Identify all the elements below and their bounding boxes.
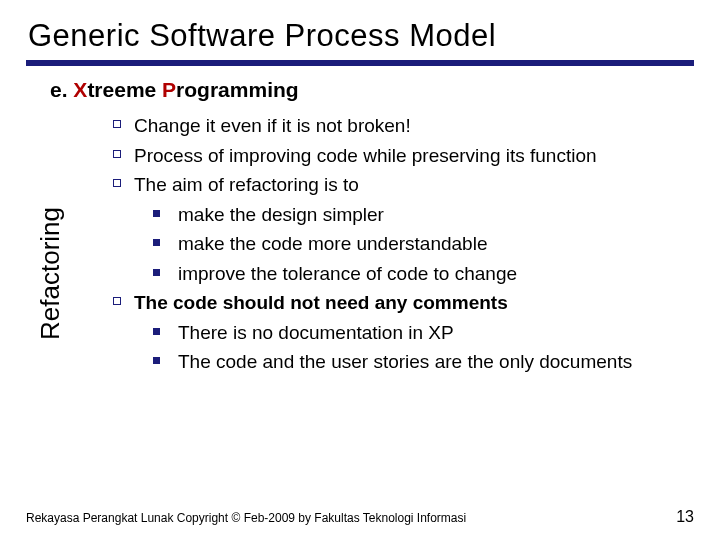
subtitle-accent-p: P [162, 78, 176, 101]
subtitle-part: treeme [87, 78, 162, 101]
list-item-text: The code and the user stories are the on… [178, 348, 692, 376]
list-item-text: There is no documentation in XP [178, 319, 692, 347]
list-item-level1: The aim of refactoring is to [100, 171, 692, 199]
square-outline-icon [100, 171, 134, 199]
page-number: 13 [676, 508, 694, 526]
list-item-text: The code should not need any comments [134, 289, 692, 317]
list-item-level2: improve the tolerance of code to change [134, 260, 692, 288]
slide-subtitle: e. Xtreeme Programming [50, 78, 692, 102]
bullet-list: Change it even if it is not broken!Proce… [100, 112, 692, 376]
list-item-text: make the design simpler [178, 201, 692, 229]
slide-title: Generic Software Process Model [28, 18, 692, 54]
list-item-level2: The code and the user stories are the on… [134, 348, 692, 376]
list-item-level1: Process of improving code while preservi… [100, 142, 692, 170]
list-item-text: improve the tolerance of code to change [178, 260, 692, 288]
list-item-text: Process of improving code while preservi… [134, 142, 692, 170]
vertical-label: Refactoring [35, 207, 66, 340]
footer-text: Rekayasa Perangkat Lunak Copyright © Feb… [26, 511, 466, 525]
vertical-label-container: Refactoring [30, 172, 70, 376]
list-item-level2: make the code more understandable [134, 230, 692, 258]
subtitle-part: rogramming [176, 78, 299, 101]
square-filled-icon [134, 319, 178, 347]
square-outline-icon [100, 142, 134, 170]
title-underline [26, 60, 694, 66]
list-item-level1: The code should not need any comments [100, 289, 692, 317]
square-filled-icon [134, 260, 178, 288]
list-item-level1: Change it even if it is not broken! [100, 112, 692, 140]
list-item-text: make the code more understandable [178, 230, 692, 258]
list-item-level2: There is no documentation in XP [134, 319, 692, 347]
square-outline-icon [100, 112, 134, 140]
square-filled-icon [134, 201, 178, 229]
square-filled-icon [134, 230, 178, 258]
list-item-text: Change it even if it is not broken! [134, 112, 692, 140]
square-filled-icon [134, 348, 178, 376]
list-item-level2: make the design simpler [134, 201, 692, 229]
list-item-text: The aim of refactoring is to [134, 171, 692, 199]
subtitle-accent-x: X [73, 78, 87, 101]
subtitle-part: e. [50, 78, 73, 101]
square-outline-icon [100, 289, 134, 317]
